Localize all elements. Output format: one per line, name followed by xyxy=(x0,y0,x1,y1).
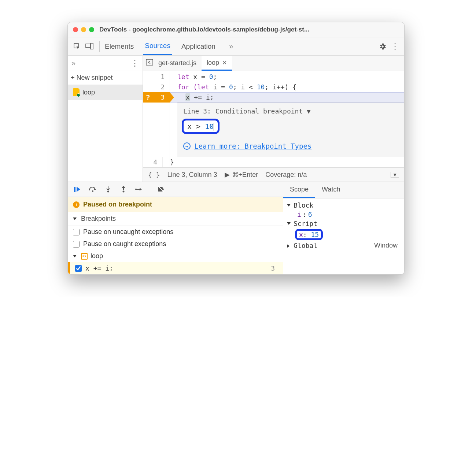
tab-elements[interactable]: Elements xyxy=(103,38,135,55)
run-shortcut: ⌘+Enter xyxy=(232,171,258,179)
pause-uncaught-checkbox[interactable] xyxy=(73,229,80,235)
svg-rect-2 xyxy=(91,43,93,49)
pause-uncaught-row[interactable]: Pause on uncaught exceptions xyxy=(68,226,283,238)
sidebar: » ⋮ + New snippet loop xyxy=(68,56,143,182)
line-number-3-breakpoint[interactable]: 3 xyxy=(143,92,170,103)
snippet-item-loop[interactable]: loop xyxy=(68,85,143,100)
settings-icon[interactable] xyxy=(376,40,389,53)
svg-point-6 xyxy=(107,191,109,193)
code-line-3: x += i; xyxy=(170,92,404,103)
snippet-label: loop xyxy=(82,89,95,96)
breakpoint-editor: Line 3: Conditional breakpoint ▼ x > 10 … xyxy=(177,103,404,157)
window-title: DevTools - googlechrome.github.io/devtoo… xyxy=(99,26,309,33)
svg-rect-3 xyxy=(146,59,153,65)
breakpoints-section[interactable]: Breakpoints xyxy=(68,212,283,226)
main-tab-row: Elements Sources Application » ⋮ xyxy=(68,37,404,56)
line-number-2[interactable]: 2 xyxy=(143,82,165,92)
paused-banner: i Paused on breakpoint xyxy=(68,197,283,212)
bp-line-label: Line 3: xyxy=(183,107,211,115)
resume-icon[interactable] xyxy=(73,185,82,194)
triangle-down-icon xyxy=(287,222,291,225)
coverage-label: Coverage: n/a xyxy=(265,171,307,179)
code-line-1: let x = 0; xyxy=(170,72,404,82)
svg-rect-1 xyxy=(86,44,90,48)
new-snippet-button[interactable]: + New snippet xyxy=(68,71,143,85)
svg-point-5 xyxy=(92,190,93,192)
nav-back-icon[interactable] xyxy=(146,59,153,67)
play-icon[interactable]: ▶ xyxy=(225,171,230,179)
step-into-icon[interactable] xyxy=(104,185,113,194)
gutter[interactable]: 1 2 3 xyxy=(143,71,170,167)
inspect-icon[interactable] xyxy=(71,40,83,53)
editor-tab-row: get-started.js loop ✕ xyxy=(143,56,404,71)
bp-condition-input[interactable]: x > 10 xyxy=(182,119,220,134)
code-line-2: for (let i = 0; i < 10; i++) { xyxy=(170,82,404,92)
learn-more-link[interactable]: Learn more: Breakpoint Types xyxy=(194,142,311,150)
tab-scope[interactable]: Scope xyxy=(283,182,315,198)
scope-block[interactable]: Block xyxy=(287,201,401,210)
svg-point-7 xyxy=(123,191,125,193)
more-tabs-icon[interactable]: » xyxy=(225,40,237,53)
pause-caught-row[interactable]: Pause on caught exceptions xyxy=(68,238,283,250)
triangle-down-icon xyxy=(73,217,77,220)
breakpoint-file-row[interactable]: <> loop xyxy=(68,250,283,262)
scope-var-i: i: 6 xyxy=(287,210,401,219)
svg-rect-4 xyxy=(74,187,75,192)
step-over-icon[interactable] xyxy=(88,185,97,194)
triangle-down-icon xyxy=(73,255,77,257)
sidebar-menu-icon[interactable]: ⋮ xyxy=(131,59,139,68)
arrow-right-circle-icon: → xyxy=(183,142,191,150)
traffic-lights xyxy=(73,27,94,32)
scope-global[interactable]: Global Window xyxy=(287,241,401,250)
step-out-icon[interactable] xyxy=(119,185,128,194)
collapse-icon[interactable]: ▼ xyxy=(391,172,399,178)
code-line-4: } xyxy=(163,157,174,167)
tab-application[interactable]: Application xyxy=(180,38,217,55)
pause-caught-checkbox[interactable] xyxy=(73,241,80,248)
bp-type-dropdown[interactable]: Conditional breakpoint ▼ xyxy=(215,107,311,115)
cursor-position: Line 3, Column 3 xyxy=(167,171,217,179)
titlebar: DevTools - googlechrome.github.io/devtoo… xyxy=(68,22,404,37)
status-bar: { } Line 3, Column 3 ▶ ⌘+Enter Coverage:… xyxy=(143,167,404,182)
editor-tab-loop[interactable]: loop ✕ xyxy=(202,56,232,71)
line-number-1[interactable]: 1 xyxy=(143,72,165,82)
breakpoint-lineno: 3 xyxy=(271,264,275,272)
devtools-window: DevTools - googlechrome.github.io/devtoo… xyxy=(67,22,405,275)
kebab-menu-icon[interactable]: ⋮ xyxy=(389,40,401,53)
svg-point-8 xyxy=(135,189,137,190)
deactivate-breakpoints-icon[interactable] xyxy=(157,185,166,194)
info-icon: i xyxy=(73,201,80,208)
breakpoint-checkbox[interactable] xyxy=(75,265,82,272)
step-icon[interactable] xyxy=(134,185,143,194)
editor-tab-getstarted[interactable]: get-started.js xyxy=(153,56,202,70)
tab-watch[interactable]: Watch xyxy=(315,182,347,198)
snippet-file-icon xyxy=(73,88,80,96)
close-icon[interactable] xyxy=(73,27,78,32)
tab-sources[interactable]: Sources xyxy=(143,37,172,55)
device-toggle-icon[interactable] xyxy=(83,40,96,53)
triangle-down-icon xyxy=(287,204,291,207)
minimize-icon[interactable] xyxy=(81,27,86,32)
maximize-icon[interactable] xyxy=(89,27,94,32)
snippet-small-icon: <> xyxy=(81,253,88,260)
scope-var-x: x: 15 xyxy=(287,228,401,241)
triangle-right-icon xyxy=(287,244,291,248)
breakpoint-entry[interactable]: x += i; 3 xyxy=(68,262,283,274)
line-number-4[interactable]: 4 xyxy=(143,157,163,167)
scope-script[interactable]: Script xyxy=(287,219,401,228)
debugger-toolbar xyxy=(68,182,283,197)
sidebar-overflow-icon[interactable]: » xyxy=(71,59,75,67)
pretty-print-icon[interactable]: { } xyxy=(148,171,160,179)
close-tab-icon[interactable]: ✕ xyxy=(222,59,227,66)
code-editor[interactable]: let x = 0; for (let i = 0; i < 10; i++) … xyxy=(170,71,404,167)
